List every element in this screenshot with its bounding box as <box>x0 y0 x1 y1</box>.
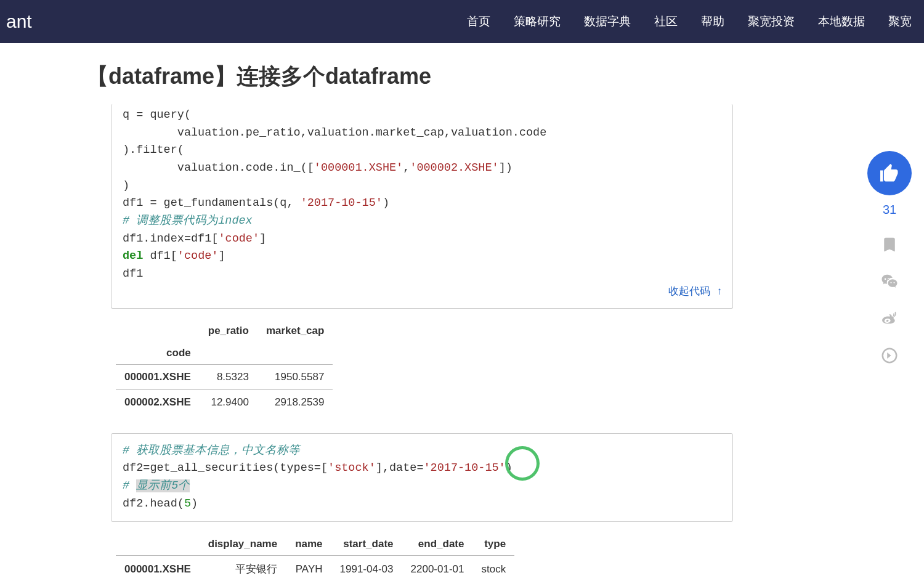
share-icon <box>880 346 899 365</box>
table-index-row: code <box>116 342 333 365</box>
nav-home[interactable]: 首页 <box>467 14 490 30</box>
qq-share-button[interactable] <box>880 346 899 365</box>
table-header-row: display_name name start_date end_date ty… <box>116 533 514 556</box>
page-title: 【dataframe】连接多个dataframe <box>86 62 924 92</box>
bookmark-icon <box>880 235 899 254</box>
output-table-1: pe_ratio market_cap code 000001.XSHE 8.5… <box>116 320 333 415</box>
nav-community[interactable]: 社区 <box>654 14 678 30</box>
nav-help[interactable]: 帮助 <box>701 14 724 30</box>
thumbs-up-icon <box>878 162 901 184</box>
code-block-1: q = query( valuation.pe_ratio,valuation.… <box>111 104 733 309</box>
nav-invest[interactable]: 聚宽投资 <box>748 14 795 30</box>
like-button[interactable] <box>867 151 912 195</box>
nav-data-dict[interactable]: 数据字典 <box>584 14 631 30</box>
top-nav: ant 首页 策略研究 数据字典 社区 帮助 聚宽投资 本地数据 聚宽 <box>0 0 924 43</box>
wechat-icon <box>880 272 899 291</box>
table-row: 000001.XSHE 平安银行 PAYH 1991-04-03 2200-01… <box>116 556 514 578</box>
output-table-2: display_name name start_date end_date ty… <box>116 533 514 578</box>
table-header-row: pe_ratio market_cap <box>116 320 333 342</box>
nav-strategy[interactable]: 策略研究 <box>514 14 561 30</box>
table-row: 000002.XSHE 12.9400 2918.2539 <box>116 389 333 415</box>
nav-links: 首页 策略研究 数据字典 社区 帮助 聚宽投资 本地数据 聚宽 <box>467 14 912 30</box>
main-content: q = query( valuation.pe_ratio,valuation.… <box>111 104 733 578</box>
table-row: 000001.XSHE 8.5323 1950.5587 <box>116 364 333 389</box>
code-2: # 获取股票基本信息，中文名称等 df2=get_all_securities(… <box>123 442 721 513</box>
code-1: q = query( valuation.pe_ratio,valuation.… <box>123 107 721 283</box>
wechat-share-button[interactable] <box>880 272 899 291</box>
logo-text: ant <box>6 11 32 32</box>
nav-local-data[interactable]: 本地数据 <box>818 14 865 30</box>
weibo-icon <box>880 309 899 328</box>
nav-more[interactable]: 聚宽 <box>888 14 912 30</box>
action-sidebar: 31 <box>867 151 912 365</box>
weibo-share-button[interactable] <box>880 309 899 328</box>
like-count: 31 <box>883 203 896 217</box>
code-block-2: # 获取股票基本信息，中文名称等 df2=get_all_securities(… <box>111 433 733 523</box>
bookmark-button[interactable] <box>880 235 899 254</box>
collapse-code-link[interactable]: 收起代码 ↑ <box>668 284 723 300</box>
